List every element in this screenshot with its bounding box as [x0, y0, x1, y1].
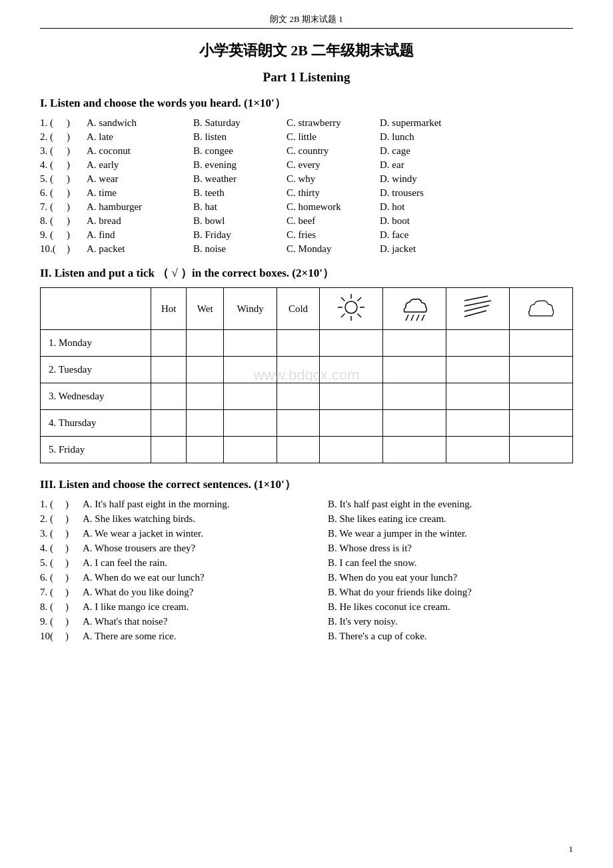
answer-cell[interactable] — [446, 357, 509, 383]
answer-cell[interactable] — [319, 410, 382, 437]
answer-cell[interactable] — [446, 330, 509, 357]
q-num: 3. ( — [40, 528, 65, 539]
cloud-svg — [524, 291, 558, 324]
answer-cell[interactable] — [446, 383, 509, 410]
q-option: C. fries — [287, 229, 380, 241]
answer-cell[interactable] — [319, 357, 382, 383]
q-num: 8. ( — [40, 215, 67, 227]
answer-cell[interactable] — [319, 330, 382, 357]
q-option: C. homework — [287, 201, 380, 213]
q-paren: ) — [65, 572, 83, 583]
answer-cell[interactable] — [151, 357, 187, 383]
answer-cell[interactable] — [223, 330, 277, 357]
answer-cell[interactable] — [509, 410, 572, 437]
answer-cell[interactable] — [509, 330, 572, 357]
q-num: 5. ( — [40, 173, 67, 185]
q-options: A. breadB. bowlC. beefD. boot — [87, 215, 573, 227]
q-paren: ) — [67, 229, 87, 241]
q-option-a: A. We wear a jacket in winter. — [83, 528, 328, 539]
q-paren: ) — [65, 557, 83, 569]
rain-svg — [461, 291, 494, 324]
q-option-a: A. It's half past eight in the morning. — [83, 499, 328, 510]
q-option: D. hot — [380, 201, 473, 213]
answer-cell[interactable] — [223, 357, 277, 383]
answer-cell[interactable] — [277, 437, 320, 463]
answer-cell[interactable] — [382, 357, 446, 383]
q-num: 1. ( — [40, 499, 65, 510]
q-num: 5. ( — [40, 557, 65, 569]
question-row: 4. ( )A. Whose trousers are they?B. Whos… — [40, 543, 573, 554]
answer-cell[interactable] — [509, 437, 572, 463]
answer-cell[interactable] — [223, 410, 277, 437]
answer-cell[interactable] — [446, 410, 509, 437]
answer-cell[interactable] — [187, 437, 224, 463]
q-option-b: B. He likes coconut ice cream. — [328, 601, 573, 613]
table-row: 4. Thursday — [41, 410, 573, 437]
svg-line-16 — [464, 311, 486, 317]
question-row: 7. ( )A. hamburgerB. hatC. homeworkD. ho… — [40, 201, 573, 213]
q-option-a: A. I like mango ice cream. — [83, 601, 328, 613]
answer-cell[interactable] — [382, 383, 446, 410]
section1-title: I. Listen and choose the words you heard… — [40, 95, 573, 111]
answer-cell[interactable] — [187, 410, 224, 437]
q-paren: ) — [67, 159, 87, 171]
answer-cell[interactable] — [223, 437, 277, 463]
q-option-a: A. She likes watching birds. — [83, 513, 328, 525]
part1-title: Part 1 Listening — [40, 70, 573, 85]
q-paren: ) — [65, 616, 83, 627]
q-option: C. Monday — [287, 243, 380, 255]
q-option-a: A. What do you like doing? — [83, 587, 328, 598]
answer-cell[interactable] — [187, 357, 224, 383]
svg-line-5 — [341, 297, 345, 301]
q-option: A. sandwich — [87, 117, 193, 129]
q-option: D. trousers — [380, 187, 473, 199]
answer-cell[interactable] — [509, 357, 572, 383]
q-option: B. congee — [193, 145, 287, 157]
q-option: D. boot — [380, 215, 473, 227]
q-option-b: B. It's very noisy. — [328, 616, 573, 627]
q-options: A. sandwichB. SaturdayC. strawberryD. su… — [87, 117, 573, 129]
q-num: 6. ( — [40, 572, 65, 583]
q-paren: ) — [67, 131, 87, 143]
question-row: 9. ( )A. findB. FridayC. friesD. face — [40, 229, 573, 241]
answer-cell[interactable] — [151, 437, 187, 463]
q-option-b: B. There's a cup of coke. — [328, 631, 573, 642]
svg-point-0 — [345, 301, 357, 313]
table-row: 5. Friday — [41, 437, 573, 463]
answer-cell[interactable] — [277, 357, 320, 383]
q-option: B. hat — [193, 201, 287, 213]
answer-cell[interactable] — [319, 437, 382, 463]
answer-cell[interactable] — [151, 330, 187, 357]
section2-table-wrapper: www.bdqcx.com Hot Wet Windy Cold — [40, 287, 573, 463]
q-option: D. lunch — [380, 131, 473, 143]
q-paren: ) — [67, 243, 87, 255]
answer-cell[interactable] — [277, 383, 320, 410]
answer-cell[interactable] — [277, 330, 320, 357]
answer-cell[interactable] — [151, 383, 187, 410]
answer-cell[interactable] — [382, 330, 446, 357]
answer-cell[interactable] — [223, 383, 277, 410]
answer-cell[interactable] — [382, 437, 446, 463]
answer-cell[interactable] — [509, 383, 572, 410]
q-options: A. packetB. noiseC. MondayD. jacket — [87, 243, 573, 255]
section3-title: III. Listen and choose the correct sente… — [40, 477, 573, 492]
th-sun-icon — [319, 288, 382, 330]
question-row: 3. ( )A. coconutB. congeeC. countryD. ca… — [40, 145, 573, 157]
answer-cell[interactable] — [382, 410, 446, 437]
answer-cell[interactable] — [277, 410, 320, 437]
th-wet: Wet — [187, 288, 224, 330]
answer-cell[interactable] — [151, 410, 187, 437]
answer-cell[interactable] — [187, 330, 224, 357]
svg-line-13 — [464, 296, 488, 301]
q-option-b: B. It's half past eight in the evening. — [328, 499, 573, 510]
q-option: A. late — [87, 131, 193, 143]
header-line: 朗文 2B 期末试题 1 — [40, 13, 573, 29]
answer-cell[interactable] — [446, 437, 509, 463]
page-number: 1 — [569, 844, 574, 855]
q-option: B. noise — [193, 243, 287, 255]
q-option: B. listen — [193, 131, 287, 143]
th-cold: Cold — [277, 288, 320, 330]
answer-cell[interactable] — [319, 383, 382, 410]
q-option: C. strawberry — [287, 117, 380, 129]
answer-cell[interactable] — [187, 383, 224, 410]
